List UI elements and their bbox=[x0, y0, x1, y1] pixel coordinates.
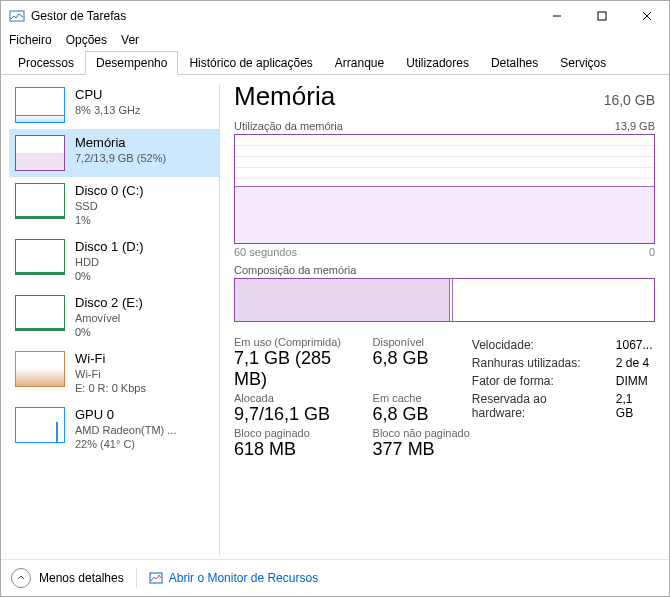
svg-rect-2 bbox=[598, 12, 606, 20]
footer: Menos detalhes Abrir o Monitor de Recurs… bbox=[1, 559, 669, 596]
wifi-thumbnail bbox=[15, 351, 65, 387]
stat-value: 377 MB bbox=[373, 439, 470, 460]
stat-value: 9,7/16,1 GB bbox=[234, 404, 347, 425]
less-details-link[interactable]: Menos detalhes bbox=[39, 571, 124, 585]
sidebar-title: Disco 2 (E:) bbox=[75, 295, 143, 310]
hw-value: 1067... bbox=[616, 338, 653, 354]
chart-label: Utilização da memória bbox=[234, 120, 343, 132]
app-icon bbox=[9, 8, 25, 24]
stat-label: Disponível bbox=[373, 336, 470, 348]
main-panel: Memória 16,0 GB Utilização da memória 13… bbox=[220, 81, 661, 559]
sidebar-item-disk2[interactable]: Disco 2 (E:) Amovível 0% bbox=[9, 289, 219, 345]
composition-used bbox=[235, 279, 450, 321]
open-resmon-label: Abrir o Monitor de Recursos bbox=[169, 571, 318, 585]
chart-fill bbox=[235, 186, 654, 243]
sidebar-sub: 1% bbox=[75, 213, 144, 227]
sidebar-sub: Amovível bbox=[75, 311, 143, 325]
tab-startup[interactable]: Arranque bbox=[324, 51, 395, 75]
tab-users[interactable]: Utilizadores bbox=[395, 51, 480, 75]
disk-thumbnail bbox=[15, 239, 65, 275]
titlebar[interactable]: Gestor de Tarefas bbox=[1, 1, 669, 31]
cpu-thumbnail bbox=[15, 87, 65, 123]
sidebar-title: Wi-Fi bbox=[75, 351, 146, 366]
menu-view[interactable]: Ver bbox=[121, 33, 139, 47]
hw-value: 2,1 GB bbox=[616, 392, 653, 422]
footer-divider bbox=[136, 568, 137, 588]
stats-grid: Em uso (Comprimida) 7,1 GB (285 MB) Disp… bbox=[234, 336, 470, 460]
sidebar-item-gpu[interactable]: GPU 0 AMD Radeon(TM) ... 22% (41° C) bbox=[9, 401, 219, 457]
hw-value: 2 de 4 bbox=[616, 356, 653, 372]
tab-history[interactable]: Histórico de aplicações bbox=[178, 51, 323, 75]
hw-label: Fator de forma: bbox=[472, 374, 614, 390]
resmon-icon bbox=[149, 571, 163, 585]
window-title: Gestor de Tarefas bbox=[31, 9, 534, 23]
sidebar-title: CPU bbox=[75, 87, 140, 102]
memory-thumbnail bbox=[15, 135, 65, 171]
stat-value: 618 MB bbox=[234, 439, 347, 460]
collapse-icon[interactable] bbox=[11, 568, 31, 588]
menu-file[interactable]: Ficheiro bbox=[9, 33, 52, 47]
memory-composition-chart[interactable] bbox=[234, 278, 655, 322]
hw-value: DIMM bbox=[616, 374, 653, 390]
stat-label: Em uso (Comprimida) bbox=[234, 336, 347, 348]
tab-details[interactable]: Detalhes bbox=[480, 51, 549, 75]
maximize-button[interactable] bbox=[579, 1, 624, 31]
stat-value: 6,8 GB bbox=[373, 404, 470, 425]
menubar: Ficheiro Opções Ver bbox=[1, 31, 669, 51]
page-title: Memória bbox=[234, 81, 335, 112]
composition-free bbox=[453, 279, 654, 321]
tab-services[interactable]: Serviços bbox=[549, 51, 617, 75]
stat-value: 7,1 GB (285 MB) bbox=[234, 348, 347, 390]
stat-label: Bloco paginado bbox=[234, 427, 347, 439]
sidebar-item-disk1[interactable]: Disco 1 (D:) HDD 0% bbox=[9, 233, 219, 289]
close-button[interactable] bbox=[624, 1, 669, 31]
menu-options[interactable]: Opções bbox=[66, 33, 107, 47]
hw-label: Velocidade: bbox=[472, 338, 614, 354]
open-resmon-link[interactable]: Abrir o Monitor de Recursos bbox=[149, 571, 318, 585]
sidebar-title: GPU 0 bbox=[75, 407, 176, 422]
sidebar-sub: SSD bbox=[75, 199, 144, 213]
sidebar-sub: 0% bbox=[75, 325, 143, 339]
chart-max: 13,9 GB bbox=[615, 120, 655, 132]
stat-label: Em cache bbox=[373, 392, 470, 404]
tab-bar: Processos Desempenho Histórico de aplica… bbox=[1, 51, 669, 75]
axis-left: 60 segundos bbox=[234, 246, 297, 258]
composition-label: Composição da memória bbox=[234, 264, 356, 276]
stat-value: 6,8 GB bbox=[373, 348, 470, 369]
gpu-thumbnail bbox=[15, 407, 65, 443]
hardware-table: Velocidade:1067... Ranhuras utilizadas:2… bbox=[470, 336, 655, 460]
disk-thumbnail bbox=[15, 183, 65, 219]
task-manager-window: Gestor de Tarefas Ficheiro Opções Ver Pr… bbox=[0, 0, 670, 597]
sidebar-sub: E: 0 R: 0 Kbps bbox=[75, 381, 146, 395]
memory-total: 16,0 GB bbox=[604, 92, 655, 108]
sidebar-sub: 22% (41° C) bbox=[75, 437, 176, 451]
sidebar-sub: 7,2/13,9 GB (52%) bbox=[75, 151, 166, 165]
sidebar-item-memory[interactable]: Memória 7,2/13,9 GB (52%) bbox=[9, 129, 219, 177]
sidebar-title: Disco 1 (D:) bbox=[75, 239, 144, 254]
minimize-button[interactable] bbox=[534, 1, 579, 31]
sidebar-item-cpu[interactable]: CPU 8% 3,13 GHz bbox=[9, 81, 219, 129]
memory-usage-chart[interactable] bbox=[234, 134, 655, 244]
sidebar-sub: 8% 3,13 GHz bbox=[75, 103, 140, 117]
axis-right: 0 bbox=[649, 246, 655, 258]
hw-label: Reservada ao hardware: bbox=[472, 392, 614, 422]
stat-label: Alocada bbox=[234, 392, 347, 404]
sidebar: CPU 8% 3,13 GHz Memória 7,2/13,9 GB (52%… bbox=[9, 81, 219, 559]
stat-label: Bloco não paginado bbox=[373, 427, 470, 439]
disk-thumbnail bbox=[15, 295, 65, 331]
sidebar-title: Memória bbox=[75, 135, 166, 150]
sidebar-sub: Wi-Fi bbox=[75, 367, 146, 381]
svg-rect-5 bbox=[150, 573, 162, 583]
hw-label: Ranhuras utilizadas: bbox=[472, 356, 614, 372]
sidebar-title: Disco 0 (C:) bbox=[75, 183, 144, 198]
sidebar-item-disk0[interactable]: Disco 0 (C:) SSD 1% bbox=[9, 177, 219, 233]
sidebar-item-wifi[interactable]: Wi-Fi Wi-Fi E: 0 R: 0 Kbps bbox=[9, 345, 219, 401]
sidebar-sub: HDD bbox=[75, 255, 144, 269]
sidebar-sub: AMD Radeon(TM) ... bbox=[75, 423, 176, 437]
tab-performance[interactable]: Desempenho bbox=[85, 51, 178, 75]
tab-processes[interactable]: Processos bbox=[7, 51, 85, 75]
sidebar-sub: 0% bbox=[75, 269, 144, 283]
